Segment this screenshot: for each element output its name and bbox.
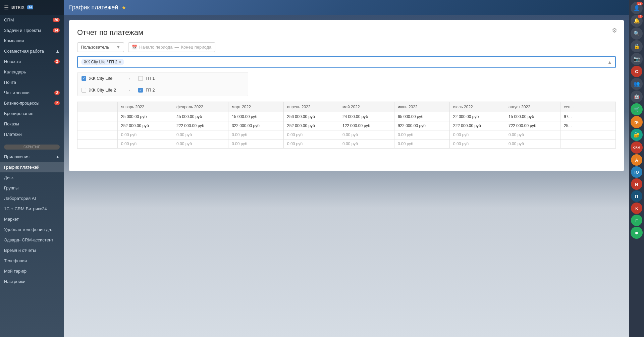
city-life-label: ЖК City Life [89, 76, 112, 81]
tasks-label: Задачи и Проекты [4, 28, 41, 33]
right-sidebar: 👤 16 🔔 3 🔍 🔒 📷 С 👥 🤖 🛒 🛍 🔐 CRM А Ю [629, 0, 644, 337]
row2b-sep [560, 139, 616, 149]
market-label: Маркет [4, 217, 19, 222]
row1-sep: 97... [560, 112, 616, 121]
sidebar-item-crm[interactable]: CRM 26 [0, 15, 64, 25]
account-symbol: 👤 [634, 5, 640, 11]
dropdown-city-life-2[interactable]: ЖК City Life 2 › [77, 84, 134, 96]
bag-icon[interactable]: 🛍 [631, 116, 643, 128]
avatar-g[interactable]: Г [631, 215, 642, 226]
crm-label: CRM [4, 17, 14, 22]
avatar-p[interactable]: П [631, 190, 642, 202]
users-icon[interactable]: 👥 [631, 78, 643, 90]
sidebar-item-my-tariff[interactable]: Мой тариф [0, 266, 64, 276]
avatar-k[interactable]: К [631, 203, 642, 214]
filter-tag-remove[interactable]: × [119, 59, 121, 65]
sidebar-item-telephony-easy[interactable]: Удобная телефония дл... [0, 224, 64, 235]
row1b-sep: 25... [560, 121, 616, 130]
sidebar-item-shows[interactable]: Показы [0, 119, 64, 129]
sidebar-item-calendar[interactable]: Календарь [0, 67, 64, 77]
sidebar-item-time-reports[interactable]: Время и отчеты [0, 245, 64, 256]
row1b-mar: 322 000.00 руб [228, 121, 284, 130]
row2-feb: 0.00 руб [173, 130, 228, 139]
sidebar-item-settings[interactable]: Настройки [0, 276, 64, 287]
checkbox-gp2[interactable]: ✓ [138, 88, 143, 93]
content-area: Отчет по платежам ⚙ Пользователь ▼ 📅 Нач… [64, 15, 629, 337]
cart-icon[interactable]: 🛒 [631, 103, 643, 115]
date-range-filter[interactable]: 📅 Начало периода — Конец периода [128, 42, 215, 52]
sidebar-item-tasks[interactable]: Задачи и Проекты 14 [0, 25, 64, 36]
complex-filter[interactable]: ЖК City Life / ГП 2 × ▲ [77, 56, 616, 68]
sidebar-item-news[interactable]: Новости 2 [0, 56, 64, 67]
dropdown-city-life[interactable]: ✓ ЖК City Life › [77, 72, 134, 84]
sidebar-item-collaboration[interactable]: Совместная работа ▲ [0, 46, 64, 56]
checkbox-city-life-2[interactable] [82, 88, 86, 93]
date-separator: — [174, 45, 179, 50]
sidebar-item-chat[interactable]: Чат и звонки 2 [0, 88, 64, 98]
row1-apr: 256 000.00 руб [284, 112, 339, 121]
sidebar-item-mail[interactable]: Почта [0, 77, 64, 88]
search-symbol: 🔍 [634, 31, 640, 37]
sidebar: ☰ BITRIX 24 CRM 26 Задачи и Проекты 14 К… [0, 0, 64, 337]
sidebar-item-disk[interactable]: Диск [0, 172, 64, 183]
col-jun: июнь 2022 [394, 102, 450, 112]
row2b-jul: 0.00 руб [450, 139, 505, 149]
sidebar-item-telephony[interactable]: Телефония [0, 256, 64, 266]
row1b-jan: 252 000.00 руб [118, 121, 173, 130]
my-tariff-label: Мой тариф [4, 269, 26, 274]
sidebar-item-groups[interactable]: Группы [0, 183, 64, 193]
filter-tag-text: ЖК City Life / ГП 2 [84, 60, 117, 64]
row2b-apr: 0.00 руб [284, 139, 339, 149]
sidebar-item-booking[interactable]: Бронирование [0, 108, 64, 119]
camera-symbol: 📷 [634, 56, 640, 62]
lock-icon[interactable]: 🔒 [631, 40, 643, 52]
city-life-2-chevron: › [129, 88, 130, 92]
sidebar-item-payments[interactable]: Платежи [0, 129, 64, 139]
avatar-yu[interactable]: Ю [631, 166, 642, 178]
sidebar-item-edward[interactable]: Эдвард- CRM-ассистент [0, 235, 64, 245]
table-row-2a: 0.00 руб 0.00 руб 0.00 руб 0.00 руб 0.00… [77, 130, 616, 139]
col-apr: апрель 2022 [284, 102, 339, 112]
green-status-icon[interactable]: ● [631, 227, 643, 239]
sidebar-item-market[interactable]: Маркет [0, 214, 64, 224]
company-label: Компания [4, 38, 24, 43]
green-dot-symbol: ● [635, 229, 639, 236]
filter-chevron-up-icon[interactable]: ▲ [607, 60, 612, 65]
sidebar-item-company[interactable]: Компания [0, 36, 64, 46]
dropdown-gp2[interactable]: ✓ ГП 2 [134, 84, 191, 96]
sidebar-item-biz[interactable]: Бизнес-процессы 2 [0, 98, 64, 108]
crm-right-icon[interactable]: CRM [631, 142, 643, 154]
report-settings-icon[interactable]: ⚙ [612, 27, 617, 34]
avatar-s[interactable]: С [631, 66, 642, 77]
row2b-aug: 0.00 руб [505, 139, 560, 149]
checkbox-gp1[interactable] [138, 76, 143, 81]
robot-icon[interactable]: 🤖 [631, 91, 643, 103]
mail-label: Почта [4, 80, 16, 85]
favorite-star-icon[interactable]: ★ [121, 4, 126, 11]
row2-aug: 0.00 руб [505, 130, 560, 139]
user-filter[interactable]: Пользователь ▼ [77, 42, 124, 52]
row1-may: 24 000.00 руб [339, 112, 394, 121]
notifications-icon[interactable]: 🔔 3 [631, 15, 643, 27]
bell-badge: 3 [638, 15, 643, 18]
sidebar-item-crm-bitrix[interactable]: 1С + CRM Битрикс24 [0, 204, 64, 214]
search-icon[interactable]: 🔍 [631, 27, 643, 40]
sidebar-item-ai-lab[interactable]: Лаборатория AI [0, 193, 64, 204]
avatar-a[interactable]: А [631, 154, 642, 166]
time-reports-label: Время и отчеты [4, 248, 36, 253]
hidden-badge: СКРЫТЫЕ [4, 145, 60, 150]
filters-row: Пользователь ▼ 📅 Начало периода — Конец … [77, 42, 616, 52]
row1-label [77, 112, 118, 121]
biz-label: Бизнес-процессы [4, 101, 39, 106]
checkbox-city-life[interactable]: ✓ [82, 76, 86, 81]
sidebar-section-apps[interactable]: Приложения ▲ [0, 152, 64, 162]
crm-right-symbol: CRM [633, 146, 640, 149]
dropdown-gp1[interactable]: ГП 1 [134, 72, 191, 84]
table-row-1a: 25 000.00 руб 45 000.00 руб 15 000.00 ру… [77, 112, 616, 121]
avatar-i[interactable]: И [631, 178, 642, 190]
camera-icon[interactable]: 📷 [631, 53, 643, 65]
account-icon[interactable]: 👤 16 [631, 2, 643, 14]
sidebar-item-payment-schedule[interactable]: График платежей [0, 162, 64, 172]
hamburger-icon[interactable]: ☰ [4, 4, 9, 11]
lock2-icon[interactable]: 🔐 [631, 129, 643, 141]
